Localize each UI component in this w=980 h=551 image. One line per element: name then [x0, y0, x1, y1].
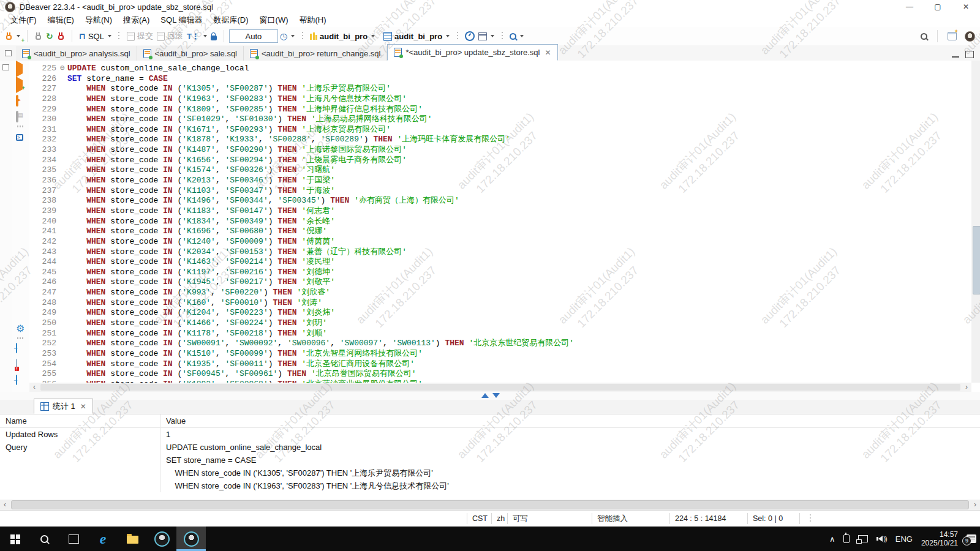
dropdown-caret-icon[interactable] [17, 35, 20, 37]
internet-explorer-button[interactable]: e [88, 527, 118, 551]
menu-item[interactable]: 数据库(D) [208, 13, 254, 27]
editor-tab[interactable]: *<audit_bi_pro> update_sbz_store.sql✕ [387, 44, 557, 61]
sash-up-arrow-icon[interactable] [481, 393, 489, 398]
maximize-button[interactable]: ▢ [924, 0, 952, 13]
dropdown-caret-icon[interactable] [520, 35, 524, 37]
editor-horizontal-scrollbar[interactable]: ‹ › [29, 383, 971, 392]
dropdown-caret-icon[interactable] [108, 35, 111, 37]
lock-button[interactable] [209, 31, 219, 42]
close-button[interactable]: ✕ [952, 0, 980, 13]
dropdown-caret-icon[interactable] [446, 35, 450, 37]
editor-tab[interactable]: <audit_bi_pro> return_change.sql [244, 46, 387, 61]
menu-item[interactable]: SQL 编辑器 [155, 13, 208, 27]
rollback-button[interactable]: 回滚 [155, 29, 185, 43]
task-view-button[interactable] [59, 527, 88, 551]
disconnect-button[interactable] [55, 31, 67, 42]
dbeaver-perspective-icon[interactable] [965, 31, 975, 42]
sash-down-arrow-icon[interactable] [492, 393, 500, 398]
menu-item[interactable]: 帮助(H) [293, 13, 331, 27]
stats-tab[interactable]: 统计 1 ✕ [34, 399, 93, 414]
database-selector[interactable]: audit_bi_pro [382, 31, 451, 42]
code-token: 'SF00011' [225, 359, 268, 369]
editor-tab[interactable]: <audit_bi_pro> sale.sql [137, 46, 244, 61]
minimize-button[interactable]: — [895, 0, 924, 13]
editor-list-button[interactable] [0, 45, 16, 61]
close-icon[interactable]: ✕ [80, 402, 86, 411]
restore-view-icon[interactable] [2, 64, 9, 70]
editor-settings-button[interactable]: ⚙ [16, 324, 24, 334]
file-explorer-button[interactable] [118, 527, 147, 551]
script-output-button[interactable] [16, 375, 17, 384]
maximize-view-icon[interactable] [965, 51, 974, 58]
stats-row[interactable]: SET store_name = CASE [0, 454, 980, 467]
transaction-log-button[interactable]: T⋮ [185, 31, 209, 42]
dropdown-caret-icon[interactable] [491, 35, 494, 37]
sql-editor-button[interactable]: ⊓ SQL [77, 31, 113, 42]
usb-icon[interactable] [843, 534, 850, 543]
network-icon[interactable] [858, 535, 868, 542]
connection-selector[interactable]: audit_bi_pro [308, 31, 377, 42]
taskbar-search-button[interactable] [29, 527, 59, 551]
speaker-icon[interactable]: )) [876, 535, 886, 542]
code-token: ( [173, 349, 183, 358]
global-search-button[interactable] [919, 32, 929, 41]
code-token: ( [173, 339, 183, 348]
explain-plan-button[interactable] [16, 112, 18, 121]
stats-row[interactable]: WHEN store_code IN ('K1305', 'SF00287') … [0, 467, 980, 479]
transaction-mode-combo[interactable]: Auto [229, 29, 278, 43]
close-icon[interactable]: ✕ [545, 48, 551, 57]
execute-new-tab-button[interactable]: + [16, 80, 23, 89]
start-button[interactable] [0, 527, 29, 551]
code-token: 'K1496' [182, 196, 216, 205]
open-perspective-button[interactable] [946, 31, 959, 42]
scrollbar-thumb[interactable] [973, 226, 980, 294]
stats-horizontal-scrollbar[interactable]: ‹ › [0, 500, 980, 510]
minimize-view-icon[interactable] [952, 54, 959, 58]
code-token [67, 298, 86, 307]
clock[interactable]: 14:57 2025/10/21 [921, 530, 958, 547]
language-indicator[interactable]: ENG [895, 534, 913, 544]
scrollbar-thumb[interactable] [11, 500, 969, 509]
dashboard-button[interactable] [463, 30, 477, 42]
scroll-right-arrow[interactable]: › [970, 500, 980, 509]
commit-button[interactable]: 提交 [125, 29, 155, 43]
tx-history-button[interactable]: ◷ [278, 31, 296, 42]
menu-item[interactable]: 导航(N) [80, 13, 118, 27]
editor-vertical-scrollbar[interactable] [971, 61, 980, 383]
code-token: WHEN [86, 247, 105, 257]
dbeaver-taskbar-button-active[interactable] [176, 527, 206, 551]
new-connection-button[interactable]: + [3, 31, 22, 42]
stats-row[interactable]: WHEN store_code IN ('K1963', 'SF00283') … [0, 479, 980, 492]
menu-item[interactable]: 文件(F) [5, 13, 42, 27]
connect-button[interactable] [32, 31, 44, 42]
menu-item[interactable]: 搜索(A) [118, 13, 155, 27]
export-result-button[interactable] [16, 343, 17, 353]
scroll-left-arrow[interactable]: ‹ [29, 383, 39, 392]
open-console-button[interactable]: >_ [16, 132, 23, 141]
stats-row[interactable]: QueryUPDATE custom_online_sale_change_lo… [0, 441, 980, 454]
line-number: 238 [29, 196, 58, 206]
dropdown-caret-icon[interactable] [371, 35, 375, 37]
panel-sash[interactable] [0, 392, 980, 400]
menu-item[interactable]: 窗口(W) [254, 13, 294, 27]
execute-script-button[interactable] [16, 96, 18, 105]
tray-expand-icon[interactable]: ∧ [829, 534, 835, 544]
stats-row[interactable]: Updated Rows1 [0, 428, 980, 441]
reconnect-button[interactable]: ↻ [44, 31, 55, 42]
menu-item[interactable]: 编辑(E) [42, 13, 80, 27]
validate-script-button[interactable] [16, 359, 17, 369]
dropdown-caret-icon[interactable] [291, 35, 295, 37]
scroll-left-arrow[interactable]: ‹ [0, 500, 10, 509]
editor-tab[interactable]: <audit_bi_pro> analysis.sql [16, 46, 137, 61]
dropdown-caret-icon[interactable] [203, 35, 207, 37]
fold-marker[interactable]: ⊖ [58, 64, 67, 74]
notification-center-icon[interactable]: 9 [967, 534, 976, 543]
dbeaver-taskbar-button[interactable] [147, 527, 176, 551]
scroll-right-arrow[interactable]: › [962, 383, 971, 392]
execute-statement-button[interactable] [16, 64, 23, 73]
compare-button[interactable] [477, 31, 496, 42]
editor-line: 252 WHEN store_code IN ('SW00091', 'SW00… [29, 339, 971, 349]
sql-editor-area[interactable]: 225⊖UPDATE custom_online_sale_change_loc… [29, 61, 971, 386]
data-search-button[interactable] [508, 32, 526, 41]
scrollbar-thumb[interactable] [40, 384, 960, 391]
